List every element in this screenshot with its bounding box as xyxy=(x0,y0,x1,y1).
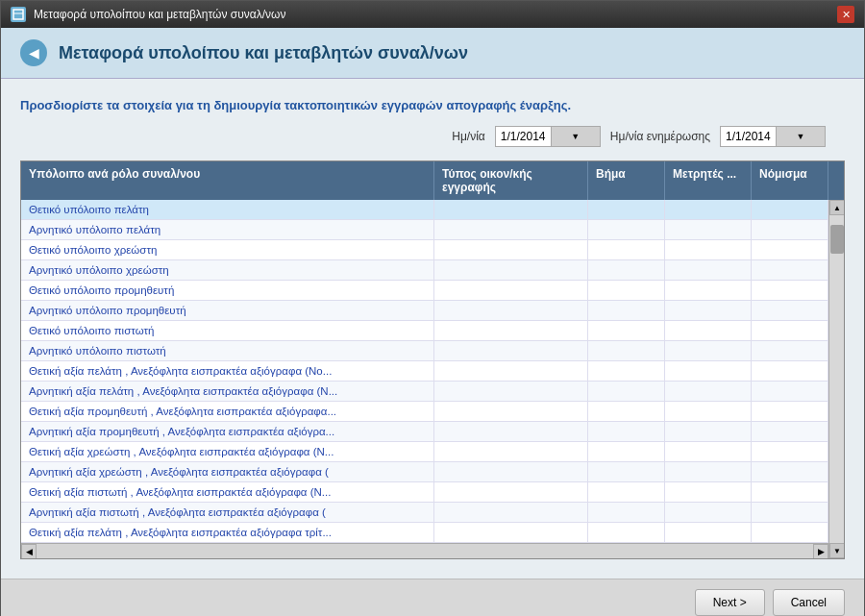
table-cell-14-2 xyxy=(588,482,665,502)
table-cell-4-1 xyxy=(434,281,588,300)
table-cell-11-1 xyxy=(434,422,588,441)
scroll-right-arrow[interactable]: ▶ xyxy=(813,544,828,559)
table-cell-0-4 xyxy=(752,200,828,219)
col-header-role: Υπόλοιπο ανά ρόλο συναλ/νου xyxy=(21,161,434,200)
table-cell-13-4 xyxy=(752,462,828,481)
scroll-down-arrow[interactable]: ▼ xyxy=(829,543,844,558)
table-cell-5-2 xyxy=(588,301,665,320)
date-input[interactable]: 1/1/2014 ▼ xyxy=(495,126,601,147)
table-cell-7-1 xyxy=(434,341,588,360)
table-row[interactable]: Αρνητικό υπόλοιπο προμηθευτή xyxy=(21,301,828,321)
table-cell-10-0: Θετική αξία προμηθευτή , Ανεξόφλητα εισπ… xyxy=(21,402,434,421)
table-cell-2-3 xyxy=(665,240,752,259)
table-cell-10-4 xyxy=(752,402,828,421)
update-date-value: 1/1/2014 xyxy=(721,130,776,143)
col-header-meters: Μετρητές ... xyxy=(665,161,752,200)
table-cell-3-0: Αρνητικό υπόλοιπο χρεώστη xyxy=(21,260,434,280)
table-cell-12-3 xyxy=(665,442,752,461)
table-row[interactable]: Θετική αξία πελάτη , Ανεξόφλητα εισπρακτ… xyxy=(21,361,828,382)
table-cell-15-4 xyxy=(752,503,828,522)
table-cell-14-4 xyxy=(752,482,828,502)
table-row[interactable]: Αρνητική αξία προμηθευτή , Ανεξόφλητα ει… xyxy=(21,422,828,442)
next-button[interactable]: Next > xyxy=(695,589,765,616)
table-cell-8-0: Θετική αξία πελάτη , Ανεξόφλητα εισπρακτ… xyxy=(21,361,434,381)
table-row[interactable]: Αρνητικό υπόλοιπο χρεώστη xyxy=(21,260,828,281)
table-cell-5-4 xyxy=(752,301,828,320)
table-cell-4-4 xyxy=(752,281,828,300)
table-cell-12-0: Θετική αξία χρεώστη , Ανεξόφλητα εισπρακ… xyxy=(21,442,434,461)
table-cell-6-4 xyxy=(752,321,828,340)
vertical-scrollbar[interactable]: ▲ ▼ xyxy=(828,200,844,558)
table-body[interactable]: Θετικό υπόλοιπο πελάτηΑρνητικό υπόλοιπο … xyxy=(21,200,828,543)
table-cell-12-2 xyxy=(588,442,665,461)
table-row[interactable]: Θετικό υπόλοιπο χρεώστη xyxy=(21,240,828,260)
table-cell-11-2 xyxy=(588,422,665,441)
table-cell-12-4 xyxy=(752,442,828,461)
svg-rect-0 xyxy=(13,10,23,19)
close-button[interactable]: ✕ xyxy=(837,6,854,23)
table-cell-2-2 xyxy=(588,240,665,259)
table-cell-4-3 xyxy=(665,281,752,300)
date-dropdown-arrow[interactable]: ▼ xyxy=(551,127,600,146)
footer: Next > Cancel xyxy=(1,579,864,616)
table-cell-1-0: Αρνητικό υπόλοιπο πελάτη xyxy=(21,220,434,239)
scroll-track[interactable] xyxy=(37,544,813,558)
page-title: Μεταφορά υπολοίπου και μεταβλητών συναλ/… xyxy=(59,43,468,63)
update-date-input[interactable]: 1/1/2014 ▼ xyxy=(720,126,826,147)
scroll-thumb[interactable] xyxy=(830,225,844,254)
table-cell-1-1 xyxy=(434,220,588,239)
table-cell-16-0: Θετική αξία πελάτη , Ανεξόφλητα εισπρακτ… xyxy=(21,523,434,542)
table-row[interactable]: Θετική αξία προμηθευτή , Ανεξόφλητα εισπ… xyxy=(21,402,828,422)
scroll-up-arrow[interactable]: ▲ xyxy=(829,200,844,215)
table-cell-5-0: Αρνητικό υπόλοιπο προμηθευτή xyxy=(21,301,434,320)
table-row[interactable]: Θετικό υπόλοιπο πιστωτή xyxy=(21,321,828,341)
table-cell-14-1 xyxy=(434,482,588,502)
table-cell-9-3 xyxy=(665,382,752,401)
table-row[interactable]: Αρνητική αξία χρεώστη , Ανεξόφλητα εισπρ… xyxy=(21,462,828,482)
table-cell-1-2 xyxy=(588,220,665,239)
table-cell-14-0: Θετική αξία πιστωτή , Ανεξόφλητα εισπρακ… xyxy=(21,482,434,502)
table-cell-12-1 xyxy=(434,442,588,461)
table-cell-6-3 xyxy=(665,321,752,340)
table-row[interactable]: Θετικό υπόλοιπο πελάτη xyxy=(21,200,828,220)
col-header-type: Τύπος οικον/κής εγγραφής xyxy=(434,161,588,200)
update-date-dropdown-arrow[interactable]: ▼ xyxy=(776,127,825,146)
table-cell-13-0: Αρνητική αξία χρεώστη , Ανεξόφλητα εισπρ… xyxy=(21,462,434,481)
table-row[interactable]: Θετική αξία πελάτη , Ανεξόφλητα εισπρακτ… xyxy=(21,523,828,543)
table-cell-6-2 xyxy=(588,321,665,340)
table-cell-7-0: Αρνητικό υπόλοιπο πιστωτή xyxy=(21,341,434,360)
table-cell-3-1 xyxy=(434,260,588,280)
data-table: Υπόλοιπο ανά ρόλο συναλ/νου Τύπος οικον/… xyxy=(20,160,845,559)
table-row[interactable]: Αρνητικό υπόλοιπο πιστωτή xyxy=(21,341,828,361)
table-cell-7-4 xyxy=(752,341,828,360)
table-cell-5-3 xyxy=(665,301,752,320)
table-cell-0-1 xyxy=(434,200,588,219)
table-cell-0-3 xyxy=(665,200,752,219)
col-header-scroll xyxy=(828,161,844,200)
horizontal-scrollbar[interactable]: ◀ ▶ xyxy=(21,543,828,558)
table-cell-10-1 xyxy=(434,402,588,421)
table-row[interactable]: Αρνητική αξία πελάτη , Ανεξόφλητα εισπρα… xyxy=(21,382,828,402)
table-row[interactable]: Θετική αξία πιστωτή , Ανεξόφλητα εισπρακ… xyxy=(21,482,828,503)
table-cell-16-4 xyxy=(752,523,828,542)
table-cell-9-2 xyxy=(588,382,665,401)
table-cell-15-1 xyxy=(434,503,588,522)
scroll-vertical-track[interactable] xyxy=(829,215,844,543)
window-title: Μεταφορά υπολοίπου και μεταβλητών συναλ/… xyxy=(34,8,285,21)
back-button[interactable]: ◀ xyxy=(20,39,47,66)
table-cell-15-0: Αρνητική αξία πιστωτή , Ανεξόφλητα εισπρ… xyxy=(21,503,434,522)
table-cell-11-3 xyxy=(665,422,752,441)
cancel-button[interactable]: Cancel xyxy=(773,589,845,616)
table-cell-10-2 xyxy=(588,402,665,421)
update-date-label: Ημ/νία ενημέρωσης xyxy=(610,130,710,143)
table-cell-3-4 xyxy=(752,260,828,280)
table-cell-3-2 xyxy=(588,260,665,280)
table-cell-15-3 xyxy=(665,503,752,522)
table-cell-6-0: Θετικό υπόλοιπο πιστωτή xyxy=(21,321,434,340)
table-row[interactable]: Θετική αξία χρεώστη , Ανεξόφλητα εισπρακ… xyxy=(21,442,828,462)
table-row[interactable]: Αρνητική αξία πιστωτή , Ανεξόφλητα εισπρ… xyxy=(21,503,828,523)
table-row[interactable]: Αρνητικό υπόλοιπο πελάτη xyxy=(21,220,828,240)
table-cell-9-1 xyxy=(434,382,588,401)
table-row[interactable]: Θετικό υπόλοιπο προμηθευτή xyxy=(21,281,828,301)
scroll-left-arrow[interactable]: ◀ xyxy=(21,544,37,559)
